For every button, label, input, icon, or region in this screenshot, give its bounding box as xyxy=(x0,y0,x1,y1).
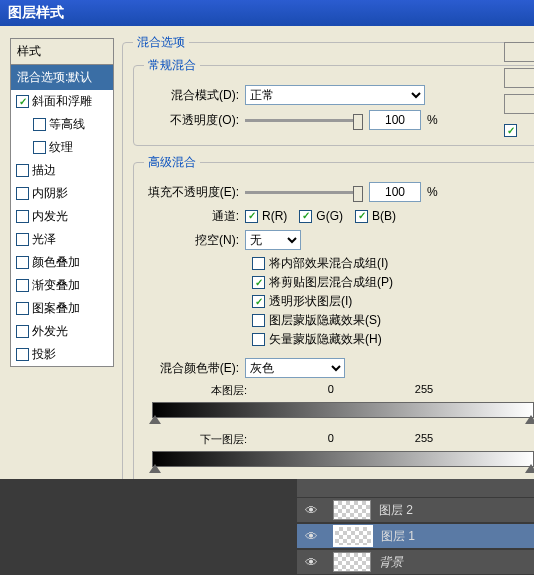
checkbox-icon[interactable] xyxy=(16,95,29,108)
opt-vectormask-checkbox[interactable] xyxy=(252,333,265,346)
label: 等高线 xyxy=(49,116,85,133)
style-pattern-overlay[interactable]: 图案叠加 xyxy=(11,297,113,320)
fill-opacity-input[interactable] xyxy=(369,182,421,202)
pct-label: % xyxy=(427,185,438,199)
style-texture[interactable]: 纹理 xyxy=(11,136,113,159)
checkbox-icon[interactable] xyxy=(33,118,46,131)
opt-layermask-checkbox[interactable] xyxy=(252,314,265,327)
style-drop-shadow[interactable]: 投影 xyxy=(11,343,113,366)
label: 描边 xyxy=(32,162,56,179)
style-inner-glow[interactable]: 内发光 xyxy=(11,205,113,228)
style-contour[interactable]: 等高线 xyxy=(11,113,113,136)
style-stroke[interactable]: 描边 xyxy=(11,159,113,182)
visibility-icon[interactable]: 👁 xyxy=(297,529,325,544)
layer-thumbnail[interactable] xyxy=(333,525,373,547)
label: 将内部效果混合成组(I) xyxy=(269,255,388,272)
blendif-select[interactable]: 灰色 xyxy=(245,358,345,378)
layer-thumbnail[interactable] xyxy=(333,552,371,572)
label: 透明形状图层(I) xyxy=(269,293,352,310)
checkbox-icon[interactable] xyxy=(33,141,46,154)
fill-opacity-slider[interactable] xyxy=(245,191,363,194)
opacity-slider[interactable] xyxy=(245,119,363,122)
style-color-overlay[interactable]: 颜色叠加 xyxy=(11,251,113,274)
channel-b-checkbox[interactable] xyxy=(355,210,368,223)
checkbox-icon[interactable] xyxy=(16,187,29,200)
style-outer-glow[interactable]: 外发光 xyxy=(11,320,113,343)
layer-thumbnail[interactable] xyxy=(333,500,371,520)
dialog-buttons: 新建 xyxy=(504,42,534,139)
gradient-stop-icon[interactable] xyxy=(149,415,161,424)
slider-thumb-icon[interactable] xyxy=(353,114,363,130)
checkbox-icon[interactable] xyxy=(16,302,29,315)
val-255: 255 xyxy=(415,383,433,398)
checkbox-icon[interactable] xyxy=(16,279,29,292)
style-bevel[interactable]: 斜面和浮雕 xyxy=(11,90,113,113)
opt-interior-checkbox[interactable] xyxy=(252,257,265,270)
layer-row[interactable]: 👁 背景 xyxy=(297,549,534,575)
val-0: 0 xyxy=(328,432,334,447)
channel-r-checkbox[interactable] xyxy=(245,210,258,223)
fill-opacity-label: 填充不透明度(E): xyxy=(144,184,239,201)
checkbox-icon[interactable] xyxy=(16,210,29,223)
label: G(G) xyxy=(316,209,343,223)
label: 颜色叠加 xyxy=(32,254,80,271)
label: 投影 xyxy=(32,346,56,363)
layer-name[interactable]: 图层 2 xyxy=(379,502,413,519)
style-inner-shadow[interactable]: 内阴影 xyxy=(11,182,113,205)
dialog-body: 样式 混合选项:默认 斜面和浮雕 等高线 纹理 描边 内阴影 内发光 光泽 颜色… xyxy=(0,26,534,479)
label: 外发光 xyxy=(32,323,68,340)
general-blend-group: 常规混合 混合模式(D): 正常 不透明度(O): % xyxy=(133,57,534,146)
opacity-input[interactable] xyxy=(369,110,421,130)
layer-name[interactable]: 图层 1 xyxy=(381,528,415,545)
slider-thumb-icon[interactable] xyxy=(353,186,363,202)
checkbox-icon[interactable] xyxy=(16,348,29,361)
pct-label: % xyxy=(427,113,438,127)
label: R(R) xyxy=(262,209,287,223)
blend-options-title: 混合选项 xyxy=(133,34,189,51)
blend-options-group: 混合选项 常规混合 混合模式(D): 正常 不透明度(O): % 高级混合 填充… xyxy=(122,34,534,511)
sidebar-selected[interactable]: 混合选项:默认 xyxy=(11,65,113,90)
layer-name[interactable]: 背景 xyxy=(379,554,403,571)
style-gradient-overlay[interactable]: 渐变叠加 xyxy=(11,274,113,297)
label: B(B) xyxy=(372,209,396,223)
opt-transparency-checkbox[interactable] xyxy=(252,295,265,308)
checkbox-icon[interactable] xyxy=(16,233,29,246)
blend-mode-select[interactable]: 正常 xyxy=(245,85,425,105)
advanced-blend-group: 高级混合 填充不透明度(E): % 通道: R(R) G(G) B(B) xyxy=(133,154,534,492)
label: 图层蒙版隐藏效果(S) xyxy=(269,312,381,329)
channel-g-checkbox[interactable] xyxy=(299,210,312,223)
checkbox-icon[interactable] xyxy=(16,256,29,269)
cancel-button[interactable] xyxy=(504,68,534,88)
gradient-stop-icon[interactable] xyxy=(525,464,534,473)
workspace-gutter xyxy=(0,479,297,575)
checkbox-icon[interactable] xyxy=(16,325,29,338)
this-layer-label: 本图层: xyxy=(152,383,247,398)
layer-row[interactable]: 👁 图层 1 xyxy=(297,523,534,549)
knockout-select[interactable]: 无 xyxy=(245,230,301,250)
val-0: 0 xyxy=(328,383,334,398)
style-satin[interactable]: 光泽 xyxy=(11,228,113,251)
channels-label: 通道: xyxy=(144,208,239,225)
gradient-stop-icon[interactable] xyxy=(525,415,534,424)
label: 渐变叠加 xyxy=(32,277,80,294)
label: 将剪贴图层混合成组(P) xyxy=(269,274,393,291)
next-layer-gradient[interactable] xyxy=(152,451,534,467)
opt-clipped-checkbox[interactable] xyxy=(252,276,265,289)
main-panel: 混合选项 常规混合 混合模式(D): 正常 不透明度(O): % 高级混合 填充… xyxy=(122,34,534,519)
new-style-button[interactable]: 新建 xyxy=(504,94,534,114)
visibility-icon[interactable]: 👁 xyxy=(297,503,325,518)
this-layer-gradient[interactable] xyxy=(152,402,534,418)
val-255: 255 xyxy=(415,432,433,447)
preview-checkbox[interactable] xyxy=(504,124,517,137)
visibility-icon[interactable]: 👁 xyxy=(297,555,325,570)
advanced-blend-title: 高级混合 xyxy=(144,154,200,171)
blend-mode-label: 混合模式(D): xyxy=(144,87,239,104)
label: 纹理 xyxy=(49,139,73,156)
label: 图案叠加 xyxy=(32,300,80,317)
gradient-stop-icon[interactable] xyxy=(149,464,161,473)
styles-sidebar: 样式 混合选项:默认 斜面和浮雕 等高线 纹理 描边 内阴影 内发光 光泽 颜色… xyxy=(10,38,114,367)
layer-row[interactable]: 👁 图层 2 xyxy=(297,497,534,523)
ok-button[interactable] xyxy=(504,42,534,62)
checkbox-icon[interactable] xyxy=(16,164,29,177)
label: 内发光 xyxy=(32,208,68,225)
